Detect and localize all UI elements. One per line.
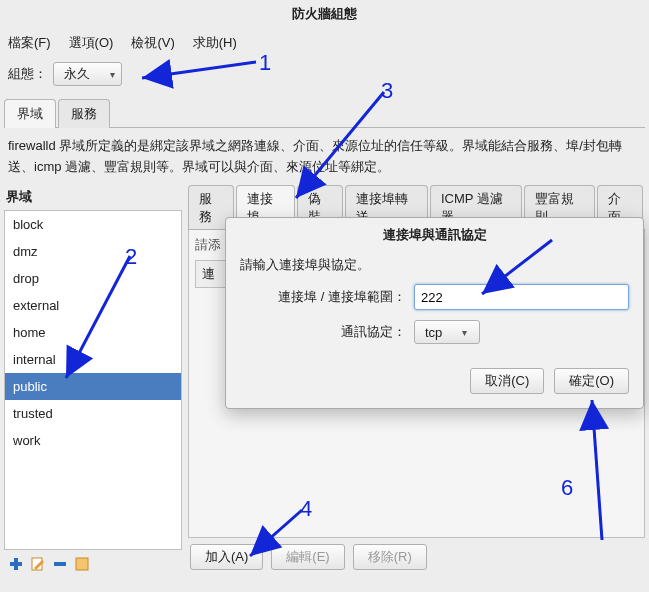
edit-zone-icon[interactable]: [30, 556, 46, 572]
port-dialog: 連接埠與通訊協定 請輸入連接埠與協定。 連接埠 / 連接埠範圍： 通訊協定： t…: [225, 217, 644, 409]
proto-value: tcp: [425, 325, 442, 340]
edit-port-button[interactable]: 編輯(E): [271, 544, 344, 570]
zones-heading: 界域: [4, 184, 182, 210]
window-title: 防火牆組態: [0, 0, 649, 28]
chevron-down-icon: ▾: [462, 327, 467, 338]
add-port-button[interactable]: 加入(A): [190, 544, 263, 570]
config-row: 組態： 永久 ▾: [0, 58, 649, 98]
menu-view[interactable]: 檢視(V): [131, 34, 174, 52]
dialog-message: 請輸入連接埠與協定。: [240, 256, 629, 274]
list-item[interactable]: trusted: [5, 400, 181, 427]
annotation-4: 4: [300, 496, 312, 522]
config-combo[interactable]: 永久 ▾: [53, 62, 122, 86]
menubar: 檔案(F) 選項(O) 檢視(V) 求助(H): [0, 28, 649, 58]
proto-combo[interactable]: tcp ▾: [414, 320, 480, 344]
zones-list[interactable]: blockdmzdropexternalhomeinternalpublictr…: [4, 210, 182, 550]
ports-toolbar: 加入(A) 編輯(E) 移除(R): [188, 538, 645, 576]
dialog-title: 連接埠與通訊協定: [226, 218, 643, 252]
tab-service[interactable]: 服務: [58, 99, 110, 128]
menu-help[interactable]: 求助(H): [193, 34, 237, 52]
zone-description: firewalld 界域所定義的是綁定該界域之網路連線、介面、來源位址的信任等級…: [0, 128, 649, 184]
proto-label: 通訊協定：: [240, 323, 406, 341]
chevron-down-icon: ▾: [110, 69, 115, 80]
cancel-button[interactable]: 取消(C): [470, 368, 544, 394]
list-item[interactable]: work: [5, 427, 181, 454]
port-label: 連接埠 / 連接埠範圍：: [240, 288, 406, 306]
remove-zone-icon[interactable]: [52, 556, 68, 572]
add-zone-icon[interactable]: [8, 556, 24, 572]
remove-port-button[interactable]: 移除(R): [353, 544, 427, 570]
zones-toolbar: [4, 550, 182, 578]
ok-button[interactable]: 確定(O): [554, 368, 629, 394]
list-item[interactable]: dmz: [5, 238, 181, 265]
list-item[interactable]: block: [5, 211, 181, 238]
list-item[interactable]: external: [5, 292, 181, 319]
list-item[interactable]: public: [5, 373, 181, 400]
port-input[interactable]: [414, 284, 629, 310]
tab-zone[interactable]: 界域: [4, 99, 56, 128]
annotation-3: 3: [381, 78, 393, 104]
annotation-1: 1: [259, 50, 271, 76]
list-item[interactable]: drop: [5, 265, 181, 292]
svg-rect-4: [76, 558, 88, 570]
list-item[interactable]: internal: [5, 346, 181, 373]
defaults-zone-icon[interactable]: [74, 556, 90, 572]
config-value: 永久: [64, 65, 90, 83]
menu-options[interactable]: 選項(O): [69, 34, 114, 52]
svg-rect-1: [10, 562, 22, 566]
config-label: 組態：: [8, 65, 47, 83]
annotation-2: 2: [125, 244, 137, 270]
menu-file[interactable]: 檔案(F): [8, 34, 51, 52]
svg-rect-3: [54, 562, 66, 566]
tabs-l1: 界域 服務: [4, 98, 645, 128]
list-item[interactable]: home: [5, 319, 181, 346]
annotation-6: 6: [561, 475, 573, 501]
